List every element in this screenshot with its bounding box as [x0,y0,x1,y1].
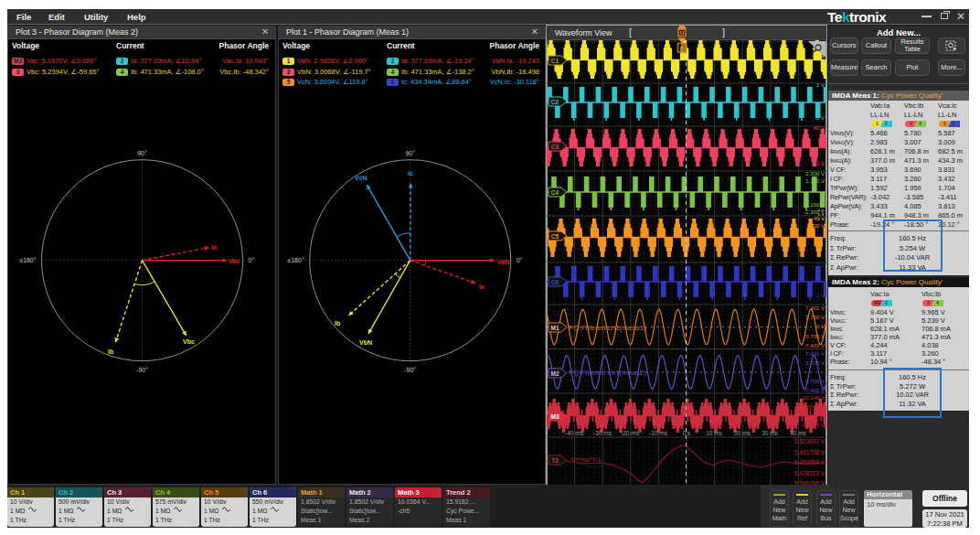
svg-text:T: T [680,46,685,52]
svg-text:C4: C4 [551,189,559,196]
svg-text:0°: 0° [517,257,523,263]
svg-text:VaN: VaN [497,259,509,265]
svg-text:-90°: -90° [404,367,416,373]
svg-text:M1: M1 [550,325,559,331]
svg-text:C5: C5 [551,233,559,240]
svg-text:C3: C3 [551,144,559,150]
svg-text:M3: M3 [550,413,559,420]
svg-text:VbN: VbN [359,339,372,346]
svg-text:Ic: Ic [408,170,413,177]
svg-text:Ia: Ia [479,284,485,290]
svg-text:90°: 90° [405,150,415,156]
svg-text:U: U [680,30,684,36]
svg-text:C2: C2 [551,99,559,105]
svg-text:T2: T2 [551,457,559,464]
svg-text:VcN: VcN [355,175,368,181]
svg-text:C1: C1 [551,58,559,64]
svg-text:Ib: Ib [335,320,340,326]
svg-text:M2: M2 [550,370,559,377]
svg-text:±180°: ±180° [287,257,304,263]
svg-text:C6: C6 [551,279,559,285]
